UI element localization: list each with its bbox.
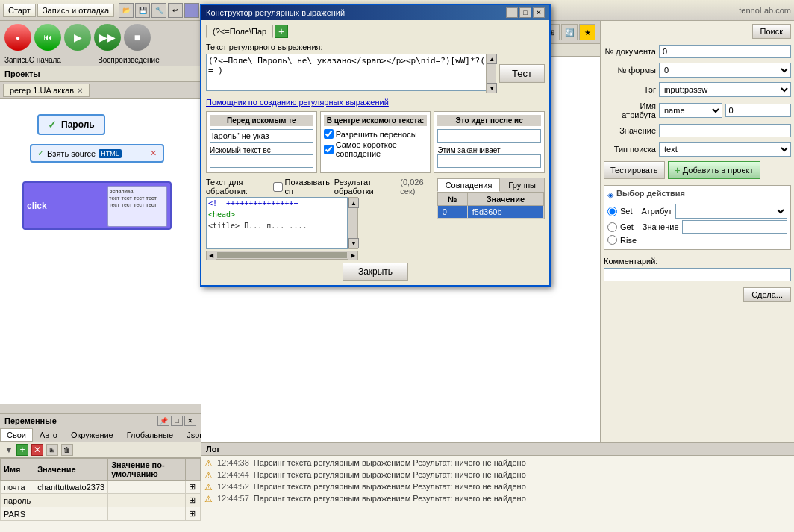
check-shortest-input[interactable] bbox=[324, 145, 334, 154]
helper-col3-input2[interactable] bbox=[437, 154, 541, 168]
vars-close-btn[interactable]: ✕ bbox=[184, 416, 196, 426]
vzjat-source-node[interactable]: ✓ Взять source HTML ✕ bbox=[30, 144, 164, 163]
table-row[interactable]: пароль ⊞ bbox=[1, 494, 201, 507]
projects-label: Проекты bbox=[0, 66, 201, 82]
sdelat-button[interactable]: Сдела... bbox=[743, 287, 791, 302]
results-row[interactable]: 0 f5d360b bbox=[437, 206, 543, 219]
forward1-button[interactable]: ▶ bbox=[64, 24, 91, 51]
results-tab-groups[interactable]: Группы bbox=[500, 178, 544, 192]
text-area-content: <!--++++++++++++++++ <head> <title> П...… bbox=[206, 197, 348, 249]
vars-tab-avto[interactable]: Авто bbox=[33, 428, 64, 442]
attr-select[interactable]: name bbox=[659, 103, 722, 118]
attr-extra-input[interactable] bbox=[725, 104, 792, 117]
vars-tab-global[interactable]: Глобальные bbox=[120, 428, 180, 442]
dialog-close-btn[interactable]: ✕ bbox=[533, 7, 545, 18]
helper-col1-input1[interactable] bbox=[210, 129, 313, 143]
dialog-tab-0[interactable]: (?<=Поле\Пар bbox=[206, 25, 273, 38]
radio-set[interactable] bbox=[607, 207, 617, 216]
vars-pin-btn[interactable]: 📌 bbox=[157, 416, 169, 426]
regex-vscroll[interactable]: ▲ ▼ bbox=[486, 54, 496, 93]
hscroll-thumb bbox=[217, 252, 347, 258]
forward2-button[interactable]: ▶▶ bbox=[94, 24, 121, 51]
start-button[interactable]: Старт bbox=[3, 4, 36, 17]
x-icon: ✕ bbox=[150, 148, 157, 158]
icon-btn-2[interactable]: 💾 bbox=[135, 3, 150, 18]
project-tab-bar: регер 1.UA аккав ✕ bbox=[0, 82, 201, 99]
var-value bbox=[34, 494, 108, 507]
refresh-icon-btn[interactable]: 🔄 bbox=[561, 24, 578, 40]
check-perenos[interactable]: Разрешить переносы bbox=[324, 129, 428, 139]
text-vscroll[interactable]: ▲ ▼ bbox=[348, 197, 358, 249]
scroll-down-btn[interactable]: ▼ bbox=[487, 83, 497, 93]
comment-input[interactable] bbox=[604, 268, 791, 281]
value-action-input[interactable] bbox=[682, 220, 787, 234]
regex-textarea-wrap: (?<=Поле\ Пароль\ не\ указано</span></p>… bbox=[206, 54, 496, 93]
show-checkbox-label[interactable]: Показывать сп bbox=[273, 178, 329, 195]
text-hscroll[interactable]: ◀ ▶ bbox=[206, 251, 358, 260]
add-var-btn[interactable]: + bbox=[16, 444, 28, 456]
table-row[interactable]: PARS ⊞ bbox=[1, 507, 201, 521]
radio-rise[interactable] bbox=[607, 235, 617, 245]
attr-action-select[interactable] bbox=[675, 204, 787, 219]
add-tab-button[interactable]: + bbox=[275, 25, 288, 38]
check-perenos-input[interactable] bbox=[324, 129, 334, 139]
project-tab[interactable]: регер 1.UA аккав ✕ bbox=[3, 84, 90, 97]
table-row[interactable]: почта chanttuttwato2373 ⊞ bbox=[1, 481, 201, 494]
doc-label: № документа bbox=[604, 47, 656, 56]
col-name: Имя bbox=[1, 459, 34, 481]
accent-icon-btn[interactable]: ★ bbox=[579, 24, 596, 40]
check-shortest[interactable]: Самое короткое совпадение bbox=[324, 140, 428, 158]
dialog-minimize-btn[interactable]: ─ bbox=[506, 7, 518, 18]
show-checkbox[interactable] bbox=[273, 182, 283, 192]
helper-link[interactable]: Помощник по созданию регулярных выражени… bbox=[206, 98, 545, 107]
var-copy-btn[interactable]: ⊞ bbox=[186, 507, 201, 521]
results-tab-matches[interactable]: Совпадения bbox=[437, 178, 501, 192]
dialog-maximize-btn[interactable]: □ bbox=[519, 7, 531, 18]
clear-var-btn[interactable]: 🗑 bbox=[61, 444, 73, 456]
copy-var-btn[interactable]: ⊞ bbox=[46, 444, 58, 456]
regex-textarea[interactable]: (?<=Поле\ Пароль\ не\ указано</span></p>… bbox=[206, 54, 496, 91]
record-button[interactable]: ● bbox=[4, 24, 31, 51]
var-copy-btn[interactable]: ⊞ bbox=[186, 494, 201, 507]
dialog-close-button[interactable]: Закрыть bbox=[343, 263, 408, 281]
add-project-button[interactable]: + Добавить в проект bbox=[668, 161, 760, 179]
type-select[interactable]: text bbox=[659, 142, 791, 157]
tag-select[interactable]: input:passw bbox=[659, 82, 791, 97]
parol-node[interactable]: ✓ Пароль bbox=[37, 114, 105, 135]
var-value: chanttuttwato2373 bbox=[34, 481, 108, 494]
regex-label: Текст регулярного выражения: bbox=[206, 43, 545, 51]
helper-col3-input1[interactable] bbox=[437, 129, 541, 143]
radio-get[interactable] bbox=[607, 222, 617, 232]
regex-dialog[interactable]: Конструктор регулярных выражений ─ □ ✕ (… bbox=[200, 4, 551, 287]
helper-col1-input2[interactable] bbox=[210, 154, 313, 168]
value-input[interactable]: f5d360b bbox=[659, 124, 791, 137]
form-select[interactable]: 0 bbox=[659, 63, 791, 78]
helper-grid: Перед искомым те Искомый текст вс В цент… bbox=[206, 111, 545, 173]
scroll-up-btn[interactable]: ▲ bbox=[487, 54, 497, 64]
form-row-value: Значение f5d360b bbox=[604, 124, 791, 137]
text-hscroll-left[interactable]: ◀ bbox=[207, 251, 216, 260]
text-scroll-up[interactable]: ▲ bbox=[348, 198, 359, 208]
canvas-hscroll[interactable] bbox=[0, 404, 201, 413]
stop-button[interactable]: ■ bbox=[124, 24, 151, 51]
vars-tab-svoi[interactable]: Свои bbox=[0, 428, 33, 442]
text-hscroll-right[interactable]: ▶ bbox=[348, 251, 357, 260]
icon-btn-1[interactable]: 📂 bbox=[119, 3, 134, 18]
text-scroll-down[interactable]: ▼ bbox=[348, 238, 359, 248]
icon-btn-4[interactable]: ↩ bbox=[168, 3, 183, 18]
remove-var-btn[interactable]: ✕ bbox=[31, 444, 43, 456]
search-button[interactable]: Поиск bbox=[752, 24, 791, 39]
text-area-section: Текст для обработки: Показывать сп Резул… bbox=[206, 178, 432, 260]
vars-tab-okruj[interactable]: Окружение bbox=[64, 428, 120, 442]
project-tab-close[interactable]: ✕ bbox=[77, 87, 83, 95]
icon-btn-3[interactable]: 🔧 bbox=[151, 3, 166, 18]
var-copy-btn[interactable]: ⊞ bbox=[186, 481, 201, 494]
action-section: ◈ Выбор действия Set Атрибут Get bbox=[604, 185, 791, 250]
click-node[interactable]: click зенаника тест тест тест тест тест … bbox=[22, 181, 172, 230]
record-debug-button[interactable]: Запись и отладка bbox=[37, 4, 114, 17]
test-button[interactable]: Тестировать bbox=[604, 161, 665, 179]
doc-input[interactable] bbox=[659, 45, 791, 58]
from-start-button[interactable]: ⏮ bbox=[34, 24, 61, 51]
vars-float-btn[interactable]: □ bbox=[171, 416, 183, 426]
regex-test-button[interactable]: Тест bbox=[499, 64, 545, 83]
